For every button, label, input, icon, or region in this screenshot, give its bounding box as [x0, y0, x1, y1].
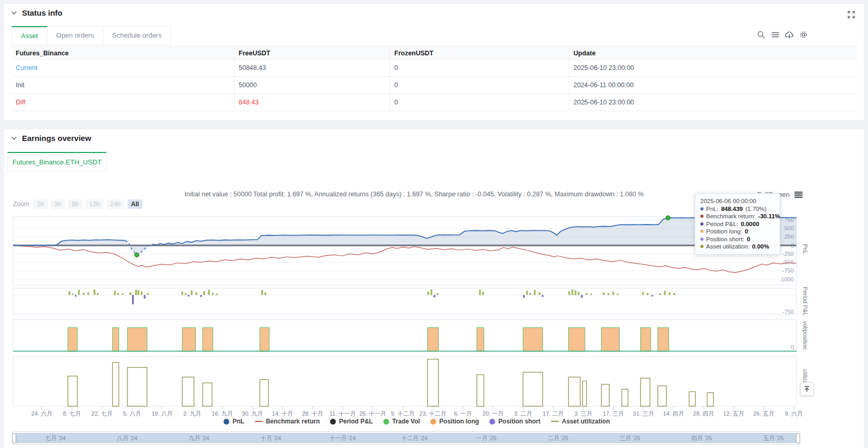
- collapse-chevron-icon[interactable]: [10, 9, 18, 17]
- earnings-title: Earnings overview: [22, 134, 91, 143]
- svg-text:17. 三月: 17. 三月: [603, 410, 624, 417]
- legend-position-long[interactable]: Position long: [430, 418, 479, 425]
- datazoom-slider[interactable]: 七月 '24八月 '24九月 '24十月 '24十一月 '24十二月 '24一月…: [13, 431, 800, 445]
- svg-text:14. 四月: 14. 四月: [663, 410, 684, 417]
- collapse-chevron-icon[interactable]: [10, 135, 18, 142]
- chart-tooltip: 2025-06-06 00:00:00 PnL:848.439 (1.70%)B…: [695, 193, 780, 255]
- cell-frozen-usdt: 0: [390, 77, 569, 93]
- tooltip-row-period-p-l: Period P&L:0.0000: [700, 220, 775, 228]
- svg-text:11. 十一月: 11. 十一月: [330, 410, 356, 417]
- cell-free-usdt: 50000: [234, 77, 390, 93]
- svg-text:5. 八月: 5. 八月: [123, 410, 141, 417]
- zoom-24h-button[interactable]: 24h: [107, 199, 124, 209]
- zoom-buttons: 1h3h8h12h24hAll: [33, 199, 143, 209]
- chart-legend: PnLBenchmark returnPeriod P&LTrade VolPo…: [4, 418, 829, 425]
- zoom-1h-button[interactable]: 1h: [33, 199, 48, 209]
- zoom-controls: Zoom 1h3h8h12h24hAll: [13, 199, 143, 209]
- svg-text:31. 三月: 31. 三月: [633, 410, 654, 417]
- svg-text:6. 一月: 6. 一月: [454, 410, 472, 417]
- legend-line-marker: [551, 421, 559, 422]
- status-table: Futures_BinanceFreeUSDTFrozenUSDTUpdateC…: [11, 46, 857, 111]
- earnings-card-header: Earnings overview: [10, 134, 91, 143]
- datazoom-right-handle[interactable]: [796, 433, 800, 443]
- zoom-12h-button[interactable]: 12h: [86, 199, 103, 209]
- back-to-top-button[interactable]: [800, 382, 814, 396]
- svg-text:12. 五月: 12. 五月: [723, 410, 744, 417]
- svg-text:-500: -500: [782, 259, 794, 265]
- table-row-current: Current50848.4302025-06-10 23:00:00: [11, 60, 857, 77]
- tab-asset[interactable]: Asset: [11, 26, 48, 45]
- legend-trade-vol[interactable]: Trade Vol: [383, 418, 420, 425]
- column-header-frozenusdt: FrozenUSDT: [390, 46, 569, 60]
- svg-text:3. 二月: 3. 二月: [514, 410, 532, 417]
- datazoom-month-label: 七月 '24: [45, 434, 65, 442]
- svg-text:0: 0: [791, 344, 794, 350]
- chart-menu-icon[interactable]: [794, 191, 803, 198]
- datazoom-month-label: 八月 '24: [117, 434, 137, 442]
- column-header-freeusdt: FreeUSDT: [234, 46, 390, 60]
- svg-text:16. 九月: 16. 九月: [212, 410, 232, 417]
- table-header-row: Futures_BinanceFreeUSDTFrozenUSDTUpdate: [11, 46, 857, 60]
- svg-text:26. 五月: 26. 五月: [753, 410, 774, 417]
- legend-benchmark-return[interactable]: Benchmark return: [255, 418, 320, 425]
- svg-text:24. 六月: 24. 六月: [31, 410, 52, 417]
- zoom-all-button[interactable]: All: [127, 199, 143, 209]
- etab-label: Futures_Binance.ETH_USDT: [13, 158, 102, 166]
- datazoom-left-handle[interactable]: [12, 433, 16, 443]
- legend-position-short[interactable]: Position short: [489, 418, 541, 425]
- legend-pnl[interactable]: PnL: [224, 418, 244, 425]
- column-header-update: Update: [569, 46, 857, 60]
- svg-text:30. 九月: 30. 九月: [242, 410, 263, 417]
- legend-asset-utilization[interactable]: Asset utilization: [551, 418, 610, 425]
- legend-dot-marker: [489, 419, 495, 425]
- datazoom-month-label: 九月 '24: [189, 434, 209, 442]
- status-tabs: AssetOpen ordersSchedule orders: [11, 26, 171, 45]
- svg-text:9. 十二月: 9. 十二月: [391, 410, 415, 417]
- datazoom-month-label: 十二月 '24: [401, 434, 427, 442]
- svg-text:28. 十月: 28. 十月: [302, 410, 323, 417]
- cloud-download-icon[interactable]: [785, 30, 794, 39]
- legend-dot-marker: [224, 419, 229, 425]
- table-row-init: Init5000002024-06-11 00:00:00: [11, 77, 857, 94]
- svg-text:2. 九月: 2. 九月: [183, 410, 201, 417]
- cell-frozen-usdt: 0: [390, 60, 569, 76]
- svg-text:-1000: -1000: [779, 276, 794, 282]
- tooltip-row-asset-utilization: Asset utilization:0.00%: [700, 243, 775, 251]
- svg-text:8. 七月: 8. 七月: [63, 410, 80, 417]
- tab-open-orders[interactable]: Open orders: [48, 26, 103, 45]
- legend-line-marker: [255, 421, 263, 422]
- earnings-card: Earnings overview Futures_Binance.ETH_US…: [4, 129, 864, 448]
- svg-text:3. 三月: 3. 三月: [574, 410, 592, 417]
- status-card-header: Status info: [10, 8, 63, 17]
- tooltip-row-pnl: PnL:848.439 (1.70%): [700, 205, 775, 213]
- datazoom-month-label: 四月 '25: [691, 434, 712, 442]
- expand-icon[interactable]: [847, 10, 855, 19]
- status-title: Status info: [22, 8, 63, 17]
- svg-text:-750: -750: [782, 309, 794, 315]
- gear-icon[interactable]: [799, 30, 808, 39]
- table-row-diff: Diff848.4302025-06-10 23:00:00: [11, 94, 857, 111]
- zoom-3h-button[interactable]: 3h: [51, 199, 65, 209]
- svg-text:22. 七月: 22. 七月: [91, 410, 112, 417]
- tooltip-row-position-long: Position long:0: [700, 228, 775, 235]
- row-label: Init: [11, 77, 234, 93]
- cell-free-usdt: 848.43: [234, 94, 390, 111]
- arrow-up-icon: [803, 385, 811, 393]
- cell-free-usdt: 50848.43: [234, 60, 390, 76]
- cell-frozen-usdt: 0: [390, 94, 569, 111]
- svg-text:23. 十二月: 23. 十二月: [419, 410, 446, 417]
- tab-futures-binance-eth-usdt[interactable]: Futures_Binance.ETH_USDT: [7, 152, 107, 172]
- tooltip-row-benchmark-return: Benchmark return:-30.11%: [700, 213, 775, 220]
- datazoom-month-label: 三月 '25: [619, 434, 640, 442]
- svg-text:vol/position: vol/position: [802, 321, 808, 349]
- svg-text:-750: -750: [782, 267, 794, 274]
- zoom-8h-button[interactable]: 8h: [68, 199, 82, 209]
- row-label[interactable]: Current: [11, 60, 234, 76]
- legend-period-p-l[interactable]: Period P&L: [330, 418, 373, 425]
- menu-icon[interactable]: [771, 30, 780, 39]
- search-icon[interactable]: [757, 30, 766, 39]
- svg-text:28. 四月: 28. 四月: [693, 410, 714, 417]
- legend-dot-marker: [430, 419, 436, 425]
- tab-schedule-orders[interactable]: Schedule orders: [103, 26, 171, 45]
- svg-text:19. 八月: 19. 八月: [151, 410, 172, 417]
